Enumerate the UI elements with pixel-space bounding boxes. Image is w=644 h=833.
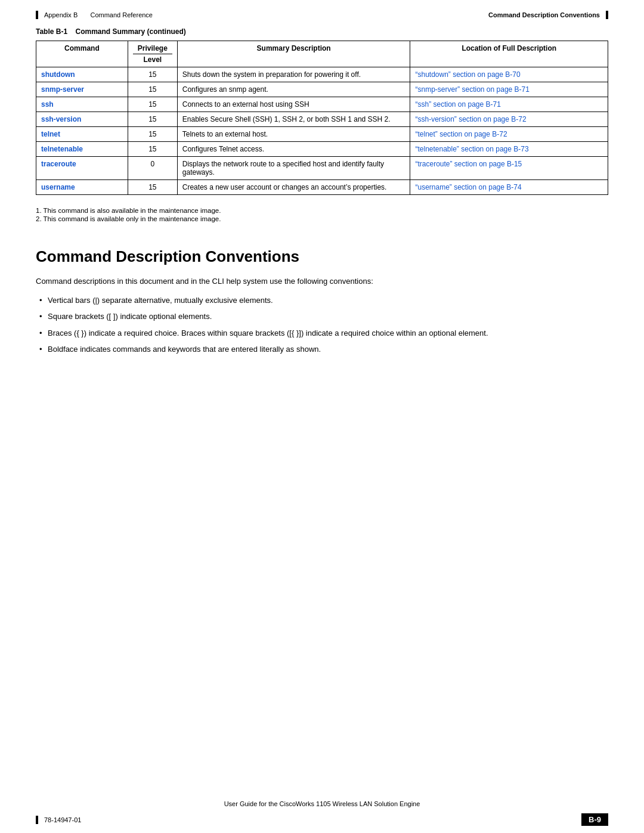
table-caption-label: Table B-1 — [36, 27, 67, 36]
footer-doc-title: User Guide for the CiscoWorks 1105 Wirel… — [0, 797, 644, 811]
table-row: ssh-version15Enables Secure Shell (SSH) … — [36, 112, 608, 127]
cell-summary-4: Telnets to an external host. — [177, 127, 410, 142]
breadcrumb-part1: Appendix B — [44, 11, 78, 18]
th-privilege: Privilege Level — [128, 41, 177, 67]
cell-summary-7: Creates a new user account or changes an… — [177, 180, 410, 195]
th-location: Location of Full Description — [410, 41, 608, 67]
cell-location-4[interactable]: “telnet” section on page B-72 — [410, 127, 608, 142]
location-link-2[interactable]: “ssh” section on page B-71 — [415, 100, 500, 109]
cell-privilege-1: 15 — [128, 82, 177, 97]
th-privilege-top: Privilege — [133, 44, 172, 54]
location-link-6[interactable]: “traceroute” section on page B-15 — [415, 160, 522, 168]
footer-bottom: 78-14947-01 B-9 — [0, 811, 644, 833]
location-link-4[interactable]: “telnet” section on page B-72 — [415, 130, 507, 138]
command-link-5[interactable]: telnetenable — [41, 145, 83, 153]
bullet-item-1: Square brackets ([ ]) indicate optional … — [36, 311, 608, 323]
main-content: Table B-1 Command Summary (continued) Co… — [0, 21, 644, 195]
location-link-3[interactable]: “ssh-version” section on page B-72 — [415, 115, 526, 123]
footer-left-bar — [36, 816, 38, 824]
page: Appendix B Command Reference Command Des… — [0, 0, 644, 833]
cell-location-1[interactable]: “snmp-server” section on page B-71 — [410, 82, 608, 97]
footer-doc-number: 78-14947-01 — [36, 816, 81, 824]
cell-command-0[interactable]: shutdown — [36, 67, 128, 82]
command-table: Command Privilege Level Summary Descript… — [36, 41, 608, 195]
location-link-5[interactable]: “telnetenable” section on page B-73 — [415, 145, 528, 153]
table-row: traceroute0Displays the network route to… — [36, 157, 608, 180]
th-summary: Summary Description — [177, 41, 410, 67]
cell-summary-2: Connects to an external host using SSH — [177, 97, 410, 112]
header-right-label: Command Description Conventions — [488, 11, 608, 19]
th-privilege-bottom: Level — [133, 55, 172, 64]
command-link-1[interactable]: snmp-server — [41, 85, 84, 94]
header: Appendix B Command Reference Command Des… — [0, 0, 644, 21]
table-caption: Table B-1 Command Summary (continued) — [36, 27, 608, 36]
command-link-6[interactable]: traceroute — [41, 160, 76, 168]
table-row: telnetenable15Configures Telnet access.“… — [36, 142, 608, 157]
location-link-7[interactable]: “username” section on page B-74 — [415, 183, 521, 191]
cell-command-6[interactable]: traceroute — [36, 157, 128, 180]
command-link-2[interactable]: ssh — [41, 100, 54, 109]
header-left-bar — [36, 11, 38, 19]
cell-command-5[interactable]: telnetenable — [36, 142, 128, 157]
cell-privilege-6: 0 — [128, 157, 177, 180]
section-body: Command descriptions in this document an… — [0, 275, 644, 355]
table-row: username15Creates a new user account or … — [36, 180, 608, 195]
footer-page: B-9 — [581, 813, 608, 826]
cell-summary-1: Configures an snmp agent. — [177, 82, 410, 97]
table-caption-title: Command Summary (continued) — [75, 27, 185, 36]
table-row: ssh15Connects to an external host using … — [36, 97, 608, 112]
header-right-bar — [606, 11, 608, 19]
table-row: snmp-server15Configures an snmp agent.“s… — [36, 82, 608, 97]
cell-privilege-2: 15 — [128, 97, 177, 112]
bullet-list: Vertical bars (|) separate alternative, … — [36, 295, 608, 355]
cell-privilege-5: 15 — [128, 142, 177, 157]
footnotes: 1. This command is also available in the… — [0, 205, 644, 236]
breadcrumb-part2: Command Reference — [90, 11, 153, 18]
cell-summary-3: Enables Secure Shell (SSH) 1, SSH 2, or … — [177, 112, 410, 127]
cell-privilege-4: 15 — [128, 127, 177, 142]
bullet-item-3: Boldface indicates commands and keywords… — [36, 343, 608, 355]
cell-command-7[interactable]: username — [36, 180, 128, 195]
location-link-0[interactable]: “shutdown” section on page B-70 — [415, 70, 520, 79]
command-link-0[interactable]: shutdown — [41, 70, 75, 79]
footnote-2: 2. This command is available only in the… — [36, 215, 644, 222]
cell-location-3[interactable]: “ssh-version” section on page B-72 — [410, 112, 608, 127]
command-link-4[interactable]: telnet — [41, 130, 60, 138]
cell-location-7[interactable]: “username” section on page B-74 — [410, 180, 608, 195]
cell-privilege-7: 15 — [128, 180, 177, 195]
bullet-item-0: Vertical bars (|) separate alternative, … — [36, 295, 608, 306]
table-header-row: Command Privilege Level Summary Descript… — [36, 41, 608, 67]
footnote-1: 1. This command is also available in the… — [36, 207, 644, 214]
cell-command-1[interactable]: snmp-server — [36, 82, 128, 97]
cell-privilege-0: 15 — [128, 67, 177, 82]
th-command: Command — [36, 41, 128, 67]
cell-summary-5: Configures Telnet access. — [177, 142, 410, 157]
cell-summary-0: Shuts down the system in preparation for… — [177, 67, 410, 82]
table-row: telnet15Telnets to an external host.“tel… — [36, 127, 608, 142]
cell-location-6[interactable]: “traceroute” section on page B-15 — [410, 157, 608, 180]
cell-location-5[interactable]: “telnetenable” section on page B-73 — [410, 142, 608, 157]
section-intro: Command descriptions in this document an… — [36, 275, 608, 287]
footer: User Guide for the CiscoWorks 1105 Wirel… — [0, 797, 644, 833]
cell-command-4[interactable]: telnet — [36, 127, 128, 142]
cell-location-0[interactable]: “shutdown” section on page B-70 — [410, 67, 608, 82]
header-section-label: Command Description Conventions — [488, 11, 600, 18]
command-link-3[interactable]: ssh-version — [41, 115, 81, 123]
cell-location-2[interactable]: “ssh” section on page B-71 — [410, 97, 608, 112]
section-heading: Command Description Conventions — [36, 247, 608, 266]
cell-command-2[interactable]: ssh — [36, 97, 128, 112]
footer-doc-number-text: 78-14947-01 — [44, 816, 81, 823]
cell-summary-6: Displays the network route to a specifie… — [177, 157, 410, 180]
table-row: shutdown15Shuts down the system in prepa… — [36, 67, 608, 82]
location-link-1[interactable]: “snmp-server” section on page B-71 — [415, 85, 529, 94]
cell-privilege-3: 15 — [128, 112, 177, 127]
bullet-item-2: Braces ({ }) indicate a required choice.… — [36, 327, 608, 339]
command-link-7[interactable]: username — [41, 183, 75, 191]
header-breadcrumb: Appendix B Command Reference — [36, 11, 153, 19]
cell-command-3[interactable]: ssh-version — [36, 112, 128, 127]
